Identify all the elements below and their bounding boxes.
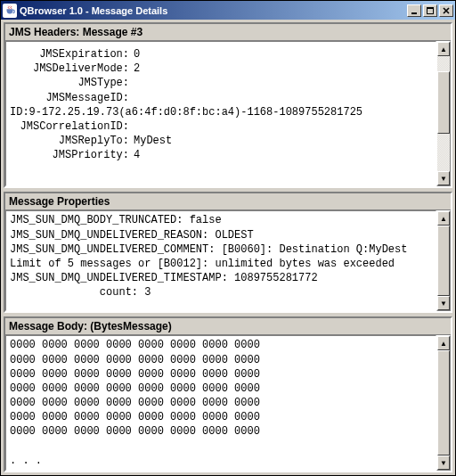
header-value: 4 xyxy=(130,148,140,162)
body-scrollbar[interactable]: ▲ ▼ xyxy=(436,335,451,471)
header-row: JMSReplyTo:MyDest xyxy=(10,134,432,148)
message-body-content[interactable]: 0000 0000 0000 0000 0000 0000 0000 0000 … xyxy=(5,335,436,471)
scroll-track[interactable] xyxy=(437,226,450,296)
header-value xyxy=(130,91,134,105)
jms-headers-body[interactable]: JMSExpiration:0JMSDeliverMode:2JMSType:J… xyxy=(5,41,436,186)
header-key: JMSType: xyxy=(10,76,130,90)
header-row: JMSCorrelationID: xyxy=(10,119,432,134)
scroll-thumb[interactable] xyxy=(437,71,450,134)
minimize-button[interactable] xyxy=(407,4,421,17)
scroll-down-button[interactable]: ▼ xyxy=(437,296,450,310)
header-value xyxy=(130,119,134,134)
message-body-title: Message Body: (BytesMessage) xyxy=(5,318,451,335)
header-key: JMSReplyTo: xyxy=(10,134,130,148)
java-cup-icon xyxy=(3,4,17,18)
window-controls xyxy=(407,4,453,17)
header-key: JMSDeliverMode: xyxy=(10,62,130,76)
close-button[interactable] xyxy=(439,4,453,17)
header-value: MyDest xyxy=(130,134,172,148)
window-title: QBrowser 1.0 - Message Details xyxy=(20,5,407,16)
scroll-down-button[interactable]: ▼ xyxy=(437,455,450,470)
message-properties-body[interactable]: JMS_SUN_DMQ_BODY_TRUNCATED: false JMS_SU… xyxy=(5,210,436,311)
maximize-button[interactable] xyxy=(423,4,437,17)
header-value xyxy=(130,76,134,90)
header-row: JMSExpiration:0 xyxy=(10,47,432,62)
scroll-up-button[interactable]: ▲ xyxy=(437,336,450,350)
scroll-thumb[interactable] xyxy=(437,226,450,296)
header-key: JMSPriority: xyxy=(10,148,130,162)
properties-scrollbar[interactable]: ▲ ▼ xyxy=(436,210,451,311)
headers-scrollbar[interactable]: ▲ ▼ xyxy=(436,41,451,186)
message-id-line: ID:9-172.25.19.73(a6:4f:d0:8f:bc:a4)-116… xyxy=(10,105,432,119)
scroll-up-button[interactable]: ▲ xyxy=(437,211,450,226)
jms-headers-panel: JMS Headers: Message #3 JMSExpiration:0J… xyxy=(4,22,452,188)
jms-headers-title: JMS Headers: Message #3 xyxy=(5,24,451,41)
header-row: JMSType: xyxy=(10,76,432,90)
scroll-thumb[interactable] xyxy=(437,350,450,455)
content-area: JMS Headers: Message #3 JMSExpiration:0J… xyxy=(1,20,455,475)
scroll-down-button[interactable]: ▼ xyxy=(437,171,450,185)
scroll-track[interactable] xyxy=(437,56,450,171)
titlebar: QBrowser 1.0 - Message Details xyxy=(1,1,455,20)
header-key: JMSMessageID: xyxy=(10,91,130,105)
header-row: JMSMessageID: xyxy=(10,91,432,105)
header-key: JMSCorrelationID: xyxy=(10,119,130,134)
scroll-up-button[interactable]: ▲ xyxy=(437,42,450,56)
message-properties-title: Message Properties xyxy=(5,193,451,210)
header-value: 0 xyxy=(130,47,140,62)
header-row: JMSPriority:4 xyxy=(10,148,432,162)
scroll-track[interactable] xyxy=(437,350,450,455)
header-row: JMSDeliverMode:2 xyxy=(10,62,432,76)
svg-rect-0 xyxy=(411,12,417,14)
header-key: JMSExpiration: xyxy=(10,47,130,62)
message-body-panel: Message Body: (BytesMessage) 0000 0000 0… xyxy=(4,316,452,472)
svg-rect-2 xyxy=(427,7,434,9)
message-properties-panel: Message Properties JMS_SUN_DMQ_BODY_TRUN… xyxy=(4,192,452,313)
header-value: 2 xyxy=(130,62,140,76)
